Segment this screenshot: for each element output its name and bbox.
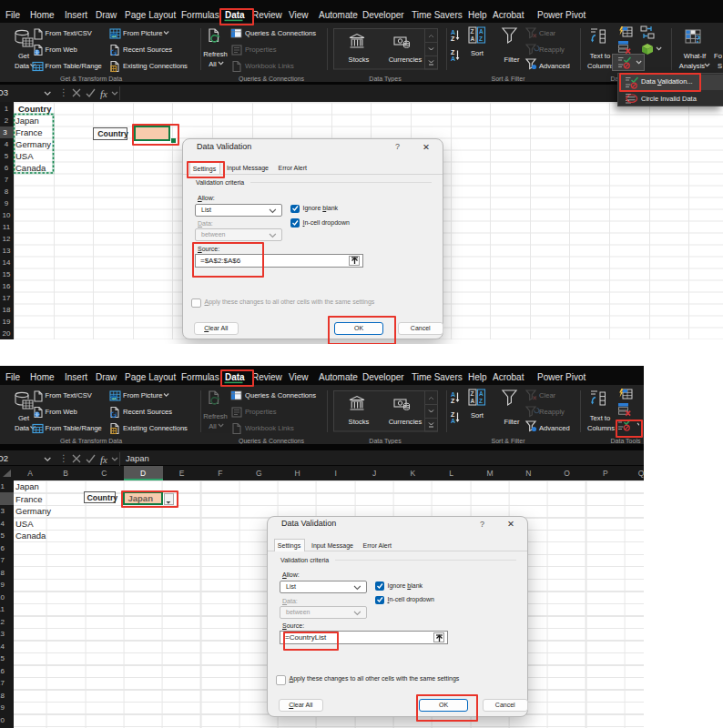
svg-text:fx: fx [100, 454, 107, 465]
svg-text:fx: fx [100, 88, 107, 99]
